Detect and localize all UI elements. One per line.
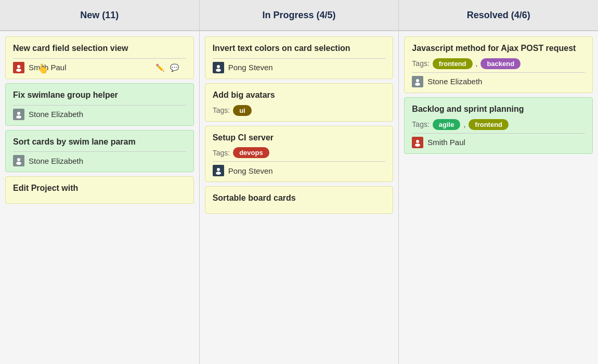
column-title-resolved: Resolved (4/6) <box>467 10 530 21</box>
assignee-name: Stone Elizabeth <box>427 77 482 86</box>
card-assignee: Pong Steven <box>213 165 386 176</box>
card-invert-text[interactable]: Invert text colors on card selection Pon… <box>205 36 394 79</box>
tags-label: Tags: <box>412 59 429 68</box>
card-sort-cards[interactable]: Sort cards by swim lane param Stone Eliz… <box>5 130 194 173</box>
svg-point-12 <box>416 140 419 143</box>
svg-point-5 <box>16 162 21 165</box>
tag-frontend: frontend <box>433 58 473 69</box>
column-body-resolved: Javascript method for Ajax POST request … <box>399 31 598 364</box>
svg-point-8 <box>217 168 220 171</box>
tags-label: Tags: <box>213 106 230 114</box>
svg-point-3 <box>16 115 21 119</box>
comment-icon[interactable]: 💬 <box>168 61 181 74</box>
tags-row: Tags: ui <box>213 105 386 116</box>
card-add-big-avatars[interactable]: Add big avatars Tags: ui <box>205 83 394 122</box>
column-header-resolved: Resolved (4/6) <box>399 0 598 31</box>
card-title: Sort cards by swim lane param <box>13 137 186 148</box>
card-title: Setup CI server <box>213 133 386 144</box>
card-assignee: Smith Paul <box>412 137 585 148</box>
column-header-new: New (11) <box>0 0 199 31</box>
svg-point-7 <box>216 69 221 72</box>
tag-agile: agile <box>433 119 461 130</box>
assignee-name: Stone Elizabeth <box>29 110 83 119</box>
svg-point-2 <box>17 112 20 115</box>
card-actions: ✏️ 💬 <box>154 61 181 74</box>
column-new: New (11) New card field selection view S… <box>0 0 200 364</box>
comma: , <box>476 59 478 68</box>
board: New (11) New card field selection view S… <box>0 0 598 364</box>
svg-point-0 <box>17 65 20 68</box>
card-divider <box>13 105 186 106</box>
card-title: Backlog and sprint planning <box>412 104 585 115</box>
cursor-hand: 👆 <box>37 63 48 74</box>
card-title: Add big avatars <box>213 90 386 101</box>
avatar <box>213 62 224 73</box>
card-assignee: Stone Elizabeth <box>13 155 186 166</box>
svg-point-4 <box>17 158 20 161</box>
card-edit-project[interactable]: Edit Project with <box>5 176 194 204</box>
column-title-in-progress: In Progress (4/5) <box>262 10 335 21</box>
svg-point-1 <box>16 69 21 72</box>
card-sortable-board[interactable]: Sortable board cards <box>205 186 394 214</box>
card-divider <box>13 151 186 152</box>
card-setup-ci[interactable]: Setup CI server Tags: devops Pong Steven <box>205 126 394 183</box>
card-fix-swimlane[interactable]: Fix swimlane group helper Stone Elizabet… <box>5 83 194 126</box>
column-in-progress: In Progress (4/5) Invert text colors on … <box>200 0 399 364</box>
card-title: Invert text colors on card selection <box>213 43 386 54</box>
avatar <box>13 155 24 166</box>
svg-point-6 <box>217 65 220 68</box>
card-title: Sortable board cards <box>213 193 386 204</box>
avatar <box>213 165 224 176</box>
card-title: Fix swimlane group helper <box>13 90 186 101</box>
column-body-in-progress: Invert text colors on card selection Pon… <box>200 31 399 364</box>
card-new-card-field-selection[interactable]: New card field selection view Smith Paul… <box>5 36 194 79</box>
svg-point-11 <box>415 83 420 86</box>
avatar <box>412 137 423 148</box>
tags-row: Tags: frontend , backend <box>412 58 585 69</box>
tags-row: Tags: agile , frontend <box>412 119 585 130</box>
edit-icon[interactable]: ✏️ <box>154 61 166 74</box>
columns-wrapper: New (11) New card field selection view S… <box>0 0 598 364</box>
assignee-name: Pong Steven <box>228 166 273 175</box>
tag-devops: devops <box>233 147 269 158</box>
card-title: Javascript method for Ajax POST request <box>412 43 585 54</box>
tag-backend: backend <box>480 58 521 69</box>
card-title: Edit Project with <box>13 183 186 194</box>
assignee-name: Stone Elizabeth <box>29 157 83 165</box>
column-header-in-progress: In Progress (4/5) <box>200 0 399 31</box>
tag-frontend: frontend <box>469 119 509 130</box>
card-divider <box>213 58 386 59</box>
tags-label: Tags: <box>412 120 429 128</box>
avatar <box>13 109 24 120</box>
assignee-name: Smith Paul <box>427 138 465 147</box>
avatar <box>412 76 423 87</box>
card-divider <box>412 133 585 134</box>
svg-point-10 <box>416 79 419 82</box>
tag-ui: ui <box>233 105 252 116</box>
avatar <box>13 62 24 73</box>
card-divider <box>412 72 585 73</box>
card-divider <box>13 58 186 59</box>
card-assignee: Stone Elizabeth <box>13 109 186 120</box>
column-title-new: New (11) <box>80 10 119 21</box>
svg-point-9 <box>216 172 221 175</box>
card-backlog-sprint[interactable]: Backlog and sprint planning Tags: agile … <box>404 97 593 154</box>
column-resolved: Resolved (4/6) Javascript method for Aja… <box>399 0 598 364</box>
card-assignee: Pong Steven <box>213 62 386 73</box>
comma: , <box>463 120 465 128</box>
svg-point-13 <box>415 144 420 147</box>
card-assignee: Stone Elizabeth <box>412 76 585 87</box>
card-divider <box>213 161 386 162</box>
tags-row: Tags: devops <box>213 147 386 158</box>
tags-label: Tags: <box>213 149 230 157</box>
column-body-new: New card field selection view Smith Paul… <box>0 31 199 364</box>
card-javascript-ajax[interactable]: Javascript method for Ajax POST request … <box>404 36 593 93</box>
card-title: New card field selection view <box>13 43 186 54</box>
assignee-name: Pong Steven <box>228 63 273 72</box>
